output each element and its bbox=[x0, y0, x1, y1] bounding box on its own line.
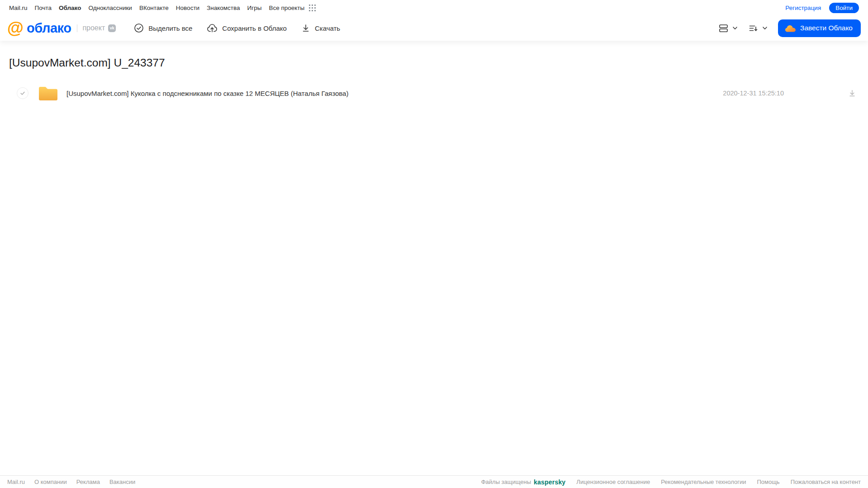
pnav-znakomstva[interactable]: Знакомства bbox=[207, 5, 240, 11]
pnav-all-projects[interactable]: Все проекты bbox=[269, 5, 304, 11]
download-icon bbox=[301, 24, 310, 33]
cloud-logo-text: облако bbox=[27, 21, 71, 36]
portal-nav: Mail.ru Почта Облако Одноклассники ВКонт… bbox=[0, 0, 868, 15]
pnav-igry[interactable]: Игры bbox=[247, 5, 262, 11]
mailru-at-icon: @ bbox=[7, 20, 24, 36]
kaspersky-logo: kaspersky bbox=[534, 479, 565, 486]
footer-ads-link[interactable]: Реклама bbox=[76, 479, 100, 485]
save-to-cloud-button[interactable]: Сохранить в Облако bbox=[207, 23, 287, 33]
pnav-pochta[interactable]: Почта bbox=[35, 5, 52, 11]
footer-report-link[interactable]: Пожаловаться на контент bbox=[791, 479, 861, 485]
download-button[interactable]: Скачать bbox=[301, 24, 340, 33]
folder-icon[interactable] bbox=[38, 85, 58, 102]
header-toolbar: @ облако проект vk Выделить все Сохранит… bbox=[0, 15, 868, 41]
main-content: [UsupovMarket.com] U_243377 [UsupovMarke… bbox=[0, 57, 868, 103]
save-to-cloud-label: Сохранить в Облако bbox=[222, 24, 287, 32]
cloud-logo[interactable]: @ облако проект vk bbox=[7, 20, 116, 36]
logo-divider bbox=[77, 24, 77, 32]
project-label: проект bbox=[82, 24, 105, 32]
select-all-label: Выделить все bbox=[148, 24, 192, 32]
registration-link[interactable]: Регистрация bbox=[785, 5, 821, 11]
download-label: Скачать bbox=[315, 24, 340, 32]
footer-jobs-link[interactable]: Вакансии bbox=[109, 479, 135, 485]
pnav-mailru[interactable]: Mail.ru bbox=[9, 5, 28, 11]
cloud-icon bbox=[785, 24, 796, 33]
footer-license-link[interactable]: Лицензионное соглашение bbox=[576, 479, 650, 485]
chevron-down-icon bbox=[732, 25, 738, 31]
file-name-link[interactable]: [UsupovMarket.com] Куколка с подснежника… bbox=[66, 90, 348, 97]
footer-recommendations-link[interactable]: Рекомендательные технологии bbox=[661, 479, 746, 485]
chevron-down-icon bbox=[762, 25, 768, 31]
list-view-icon bbox=[718, 23, 729, 33]
all-projects-grid-icon[interactable] bbox=[309, 5, 316, 11]
pnav-vkontakte[interactable]: ВКонтакте bbox=[139, 5, 169, 11]
pnav-odnoklassniki[interactable]: Одноклассники bbox=[88, 5, 132, 11]
footer: Mail.ru О компании Реклама Вакансии Файл… bbox=[0, 475, 868, 488]
toolbar-actions: Выделить все Сохранить в Облако Скачать bbox=[134, 23, 355, 33]
check-circle-icon bbox=[134, 23, 144, 33]
header-right-controls: Завести Облако bbox=[718, 19, 861, 37]
create-cloud-button[interactable]: Завести Облако bbox=[778, 19, 861, 37]
files-protected-label: Файлы защищены bbox=[481, 479, 531, 485]
page-title: [UsupovMarket.com] U_243377 bbox=[9, 57, 856, 69]
pnav-oblako[interactable]: Облако bbox=[59, 5, 81, 11]
pnav-novosti[interactable]: Новости bbox=[176, 5, 199, 11]
footer-mailru-link[interactable]: Mail.ru bbox=[7, 479, 25, 485]
sort-selector[interactable] bbox=[748, 23, 768, 33]
sort-icon bbox=[748, 23, 759, 33]
login-button[interactable]: Войти bbox=[829, 3, 859, 13]
file-date: 2020-12-31 15:25:10 bbox=[723, 90, 784, 97]
vk-badge-icon: vk bbox=[108, 24, 116, 32]
footer-help-link[interactable]: Помощь bbox=[757, 479, 779, 485]
row-download-icon[interactable] bbox=[848, 89, 856, 97]
view-mode-selector[interactable] bbox=[718, 23, 738, 33]
select-all-button[interactable]: Выделить все bbox=[134, 23, 192, 33]
check-icon bbox=[19, 90, 26, 96]
file-row[interactable]: [UsupovMarket.com] Куколка с подснежника… bbox=[9, 83, 856, 103]
footer-about-link[interactable]: О компании bbox=[34, 479, 67, 485]
cloud-upload-icon bbox=[207, 23, 218, 33]
page: Mail.ru Почта Облако Одноклассники ВКонт… bbox=[0, 0, 868, 488]
create-cloud-label: Завести Облако bbox=[800, 24, 853, 32]
row-checkbox[interactable] bbox=[17, 87, 28, 99]
